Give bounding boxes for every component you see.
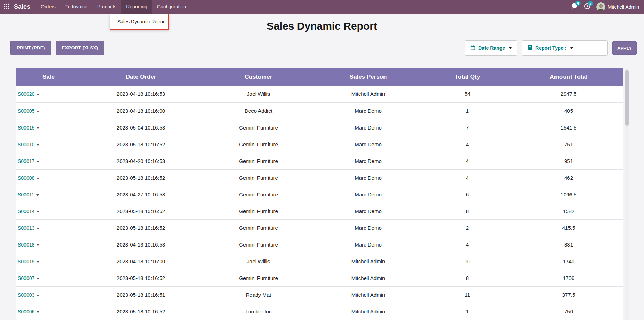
header-sales-person: Sales Person — [316, 68, 420, 86]
date-order-cell: 2023-04-13 10:16:53 — [81, 236, 201, 253]
sale-order-link[interactable]: S00011 — [18, 192, 34, 197]
chevron-down-icon[interactable] — [37, 311, 39, 313]
chevron-down-icon[interactable] — [37, 161, 39, 163]
apps-menu-button[interactable] — [0, 0, 13, 14]
report-book-icon — [527, 45, 533, 52]
table-scrollbar[interactable] — [625, 68, 629, 320]
chevron-down-icon[interactable] — [37, 211, 39, 213]
sale-order-cell: S00018 — [16, 236, 81, 253]
sale-order-link[interactable]: S00017 — [18, 158, 34, 164]
total-qty-cell: 4 — [420, 236, 514, 253]
amount-total-cell: 751 — [514, 136, 623, 153]
amount-total-cell: 1706 — [514, 270, 623, 286]
chevron-down-icon[interactable] — [37, 261, 39, 263]
menu-to-invoice[interactable]: To Invoice — [61, 0, 92, 14]
menu-configuration[interactable]: Configuration — [152, 0, 191, 14]
date-order-cell: 2023-05-18 10:16:52 — [81, 203, 201, 219]
sale-order-link[interactable]: S00006 — [18, 309, 34, 314]
sale-order-link[interactable]: S00003 — [18, 292, 34, 298]
date-range-dropdown[interactable]: Date Range — [465, 40, 517, 56]
total-qty-cell: 2 — [420, 219, 514, 236]
sales-person-cell: Marc Demo — [316, 169, 420, 186]
sales-person-cell: Mitchell Admin — [316, 286, 420, 303]
chevron-down-icon[interactable] — [36, 194, 39, 196]
table-header-row: Sale Date Order Customer Sales Person To… — [16, 68, 623, 86]
chevron-down-icon[interactable] — [37, 228, 39, 229]
menu-item-sales-dynamic-report[interactable]: Sales Dynamic Report — [110, 17, 168, 26]
sale-order-link[interactable]: S00005 — [18, 108, 34, 114]
table-row: S00003 2023-05-18 10:16:51 Ready Mat Mit… — [16, 286, 623, 303]
total-qty-cell: 8 — [420, 270, 514, 286]
table-row: S00010 2023-05-18 10:16:52 Gemini Furnit… — [16, 136, 623, 153]
sale-order-cell: S00010 — [16, 136, 81, 153]
sale-order-link[interactable]: S00014 — [18, 209, 34, 214]
chevron-down-icon[interactable] — [37, 244, 39, 246]
chevron-down-icon[interactable] — [37, 111, 39, 112]
header-amount-total: Amount Total — [514, 68, 623, 86]
chevron-down-icon[interactable] — [37, 127, 39, 129]
date-order-cell: 2023-05-04 10:16:53 — [81, 119, 201, 136]
total-qty-cell: 4 — [420, 169, 514, 186]
sale-order-link[interactable]: S00008 — [18, 175, 34, 181]
menu-products[interactable]: Products — [92, 0, 121, 14]
sale-order-link[interactable]: S00010 — [18, 142, 34, 147]
scrollbar-thumb[interactable] — [625, 70, 629, 126]
sales-person-cell: Marc Demo — [316, 203, 420, 219]
sale-order-link[interactable]: S00015 — [18, 125, 34, 131]
sale-order-cell: S00017 — [16, 153, 81, 169]
customer-cell: Gemini Furniture — [201, 186, 316, 203]
date-order-cell: 2023-04-18 10:16:00 — [81, 253, 201, 270]
messages-button[interactable]: 4 — [568, 0, 581, 14]
total-qty-cell: 1 — [420, 102, 514, 119]
sale-order-link[interactable]: S00013 — [18, 225, 34, 231]
customer-cell: Gemini Furniture — [201, 169, 316, 186]
sale-order-link[interactable]: S00020 — [18, 91, 34, 97]
table-row: S00019 2023-04-18 10:16:00 Joel Willis M… — [16, 253, 623, 270]
export-xlsx-button[interactable]: EXPORT (XLSX) — [56, 41, 104, 55]
sale-order-link[interactable]: S00019 — [18, 259, 34, 264]
user-menu[interactable]: Mitchell Admin — [596, 2, 639, 11]
app-brand[interactable]: Sales — [14, 3, 30, 10]
table-row: S00007 2023-05-18 10:16:52 Gemini Furnit… — [16, 270, 623, 286]
chevron-down-icon[interactable] — [37, 178, 39, 179]
amount-total-cell: 1740 — [514, 253, 623, 270]
sales-person-cell: Mitchell Admin — [316, 303, 420, 320]
sale-order-link[interactable]: S00007 — [18, 275, 34, 281]
amount-total-cell: 951 — [514, 153, 623, 169]
print-pdf-button[interactable]: PRINT (PDF) — [10, 41, 51, 55]
sales-person-cell: Marc Demo — [316, 219, 420, 236]
chevron-down-icon — [570, 47, 573, 49]
table-row: S00006 2023-05-18 10:16:52 Lumber Inc Mi… — [16, 303, 623, 320]
table-row: S00017 2023-04-20 10:16:53 Gemini Furnit… — [16, 153, 623, 169]
sales-person-cell: Marc Demo — [316, 136, 420, 153]
sale-order-cell: S00014 — [16, 203, 81, 219]
reporting-dropdown: Sales Dynamic Report — [110, 14, 169, 30]
date-order-cell: 2023-05-18 10:16:52 — [81, 270, 201, 286]
apply-button[interactable]: APPLY — [612, 41, 637, 55]
customer-cell: Gemini Furniture — [201, 203, 316, 219]
date-order-cell: 2023-05-18 10:16:52 — [81, 169, 201, 186]
toolbar-right: Date Range Report Type : APPLY — [465, 40, 637, 56]
messages-badge: 4 — [575, 1, 581, 6]
activities-button[interactable]: 2 — [581, 0, 593, 14]
chevron-down-icon[interactable] — [37, 94, 39, 95]
amount-total-cell: 415.5 — [514, 219, 623, 236]
amount-total-cell: 1582 — [514, 203, 623, 219]
page-title: Sales Dynamic Report — [0, 20, 644, 32]
chevron-down-icon[interactable] — [37, 295, 39, 296]
sales-person-cell: Mitchell Admin — [316, 253, 420, 270]
customer-cell: Gemini Furniture — [201, 270, 316, 286]
sale-order-cell: S00003 — [16, 286, 81, 303]
total-qty-cell: 11 — [420, 286, 514, 303]
menu-orders[interactable]: Orders — [36, 0, 61, 14]
menu-reporting[interactable]: Reporting — [121, 0, 152, 14]
calendar-icon — [470, 45, 475, 52]
chevron-down-icon[interactable] — [37, 144, 39, 146]
chevron-down-icon[interactable] — [37, 278, 39, 280]
customer-cell: Gemini Furniture — [201, 219, 316, 236]
table-row: S00013 2023-05-18 10:16:52 Gemini Furnit… — [16, 219, 623, 236]
header-date-order: Date Order — [81, 68, 201, 86]
sale-order-link[interactable]: S00018 — [18, 242, 34, 248]
sales-person-cell: Marc Demo — [316, 102, 420, 119]
report-type-dropdown[interactable]: Report Type : — [522, 40, 608, 56]
